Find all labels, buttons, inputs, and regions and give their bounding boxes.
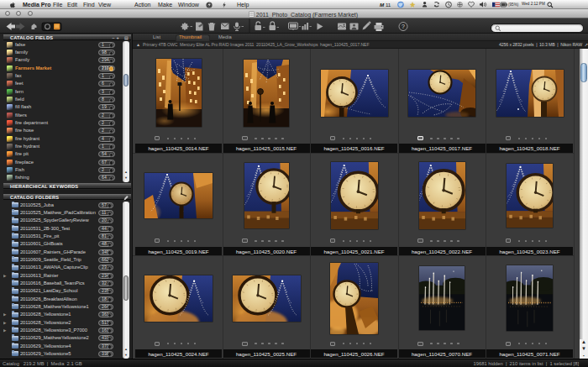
svg-text:?: ? (402, 24, 405, 29)
